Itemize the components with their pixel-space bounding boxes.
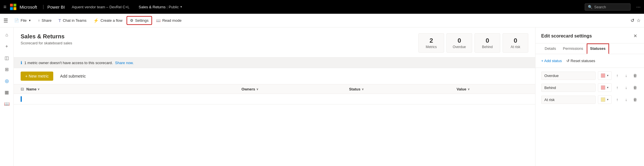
more-options-icon[interactable]: ··· [636, 4, 641, 10]
action-bar: + New metric Add submetric [14, 68, 535, 84]
teams-icon: T [58, 18, 61, 23]
top-nav-bar: ≡ Microsoft | Power BI Aquent vendor tea… [0, 0, 644, 14]
color-picker-at-risk[interactable]: ▼ [598, 95, 612, 104]
file-icon: 📄 [14, 18, 19, 23]
move-up-overdue-button[interactable]: ↑ [614, 72, 621, 79]
color-swatch-behind [601, 85, 605, 90]
col-owners-header: Owners ∨ [241, 87, 349, 91]
delete-at-risk-button[interactable]: 🗑 [632, 96, 638, 103]
file-menu-button[interactable]: 📄 File ▼ [11, 17, 34, 24]
sidebar-item-add[interactable]: + [2, 41, 12, 52]
move-up-at-risk-button[interactable]: ↑ [614, 96, 621, 103]
right-panel: Edit scorecard settings ✕ Details Permis… [535, 27, 644, 166]
table-header: ⊟ Name ∨ Owners ∨ Status ∨ Value ∨ [14, 84, 535, 94]
left-sidebar: ⌂ + ◫ ⊞ ◎ ▦ 📖 [0, 27, 14, 166]
favorite-icon[interactable]: ☆ [637, 18, 641, 23]
chevron-down-icon: ▼ [606, 98, 609, 101]
scorecard-stats: 2 Metrics 0 Overdue 0 Behind 0 At risk [418, 33, 528, 53]
sidebar-item-learn[interactable]: 📖 [2, 98, 12, 109]
sidebar-item-goals[interactable]: ◎ [2, 76, 12, 86]
status-name-input-behind[interactable] [541, 84, 596, 92]
refresh-icon[interactable]: ↺ [631, 18, 634, 23]
color-picker-behind[interactable]: ▼ [598, 83, 612, 92]
status-sort-icon[interactable]: ∨ [362, 88, 364, 91]
status-name-input-at-risk[interactable] [541, 96, 596, 104]
delete-behind-button[interactable]: 🗑 [632, 84, 638, 91]
tab-statuses[interactable]: Statuses [587, 44, 609, 54]
search-placeholder: Search [594, 5, 606, 9]
main-content: ⌂ + ◫ ⊞ ◎ ▦ 📖 Sales & Returns Scorecard … [0, 27, 644, 166]
scorecard-info: Sales & Returns Scorecard for skateboard… [21, 33, 72, 45]
file-chevron-icon: ▼ [28, 19, 31, 22]
filter-icon[interactable]: ⊟ [21, 87, 24, 91]
scorecard-area: Sales & Returns Scorecard for skateboard… [14, 27, 535, 166]
stat-behind: 0 Behind [474, 33, 500, 53]
move-up-behind-button[interactable]: ↑ [614, 84, 621, 91]
status-row-behind: ▼ ↑ ↓ 🗑 [541, 83, 638, 92]
visibility-badge[interactable]: Public ▼ [169, 5, 182, 9]
chat-in-teams-button[interactable]: T Chat in Teams [56, 16, 89, 25]
status-row-overdue: ▼ ↑ ↓ 🗑 [541, 71, 638, 80]
col-value-header: Value ∨ [457, 87, 528, 91]
hamburger-icon[interactable]: ☰ [3, 17, 8, 24]
info-banner: ℹ 1 metric owner doesn't have access to … [14, 58, 535, 68]
sidebar-item-data[interactable]: ⊞ [2, 64, 12, 74]
microsoft-logo [10, 4, 16, 10]
delete-overdue-button[interactable]: 🗑 [632, 72, 638, 79]
table-row[interactable] [14, 94, 535, 104]
tab-permissions[interactable]: Permissions [560, 44, 587, 54]
color-picker-overdue[interactable]: ▼ [598, 71, 612, 80]
status-row-at-risk: ▼ ↑ ↓ 🗑 [541, 95, 638, 104]
info-text: 1 metric owner doesn't have access to th… [24, 61, 113, 65]
scorecard-header: Sales & Returns Scorecard for skateboard… [14, 27, 535, 58]
nav-separator: | [43, 4, 44, 9]
tab-details[interactable]: Details [541, 44, 560, 54]
sidebar-item-browse[interactable]: ◫ [2, 53, 12, 63]
stat-at-risk-number: 0 [509, 37, 522, 44]
panel-close-button[interactable]: ✕ [632, 32, 638, 40]
waffle-icon[interactable]: ≡ [3, 4, 7, 10]
reset-statuses-button[interactable]: ↺ Reset statuses [566, 59, 595, 63]
sidebar-item-home[interactable]: ⌂ [2, 30, 12, 40]
stat-at-risk: 0 At risk [503, 33, 528, 53]
share-icon: ↑ [38, 18, 40, 23]
stat-behind-label: Behind [480, 45, 494, 49]
panel-tabs: Details Permissions Statuses [535, 44, 644, 54]
read-mode-icon: 📖 [156, 18, 161, 23]
stat-overdue-number: 0 [452, 37, 466, 44]
status-name-input-overdue[interactable] [541, 72, 596, 80]
stat-at-risk-label: At risk [509, 45, 522, 49]
owners-sort-icon[interactable]: ∨ [256, 88, 258, 91]
value-sort-icon[interactable]: ∨ [468, 88, 470, 91]
create-flow-button[interactable]: ⚡ Create a flow [90, 16, 125, 25]
move-down-overdue-button[interactable]: ↓ [623, 72, 629, 79]
read-mode-button[interactable]: 📖 Read mode [153, 17, 184, 24]
name-sort-icon[interactable]: ∨ [38, 88, 40, 91]
sidebar-item-apps[interactable]: ▦ [2, 87, 12, 97]
stat-overdue-label: Overdue [452, 45, 466, 49]
chevron-down-icon: ▼ [606, 74, 609, 77]
move-down-at-risk-button[interactable]: ↓ [623, 96, 629, 103]
flow-icon: ⚡ [93, 18, 99, 23]
stat-metrics-label: Metrics [424, 45, 438, 49]
powerbi-label: Power BI [48, 5, 65, 9]
report-title: Sales & Returns | Public ▼ [139, 5, 182, 9]
chevron-down-icon: ▼ [606, 86, 609, 89]
search-icon: 🔍 [588, 5, 592, 9]
settings-button[interactable]: ⚙ Settings [127, 16, 152, 25]
color-swatch-at-risk [601, 97, 605, 102]
brand-name: Microsoft [20, 5, 37, 9]
move-down-behind-button[interactable]: ↓ [623, 84, 629, 91]
scorecard-title: Sales & Returns [21, 33, 72, 40]
stat-metrics: 2 Metrics [418, 33, 444, 53]
toolbar: ☰ 📄 File ▼ ↑ Share T Chat in Teams ⚡ Cre… [0, 14, 644, 27]
share-now-link[interactable]: Share now. [115, 61, 134, 65]
panel-title: Edit scorecard settings [541, 33, 592, 39]
share-button[interactable]: ↑ Share [35, 17, 54, 24]
add-submetric-button[interactable]: Add submetric [56, 72, 90, 81]
add-status-button[interactable]: + Add status [541, 59, 562, 63]
col-name-header: Name ∨ [26, 87, 241, 91]
search-box[interactable]: 🔍 Search [585, 3, 631, 11]
stat-metrics-number: 2 [424, 37, 438, 44]
new-metric-button[interactable]: + New metric [21, 72, 53, 81]
